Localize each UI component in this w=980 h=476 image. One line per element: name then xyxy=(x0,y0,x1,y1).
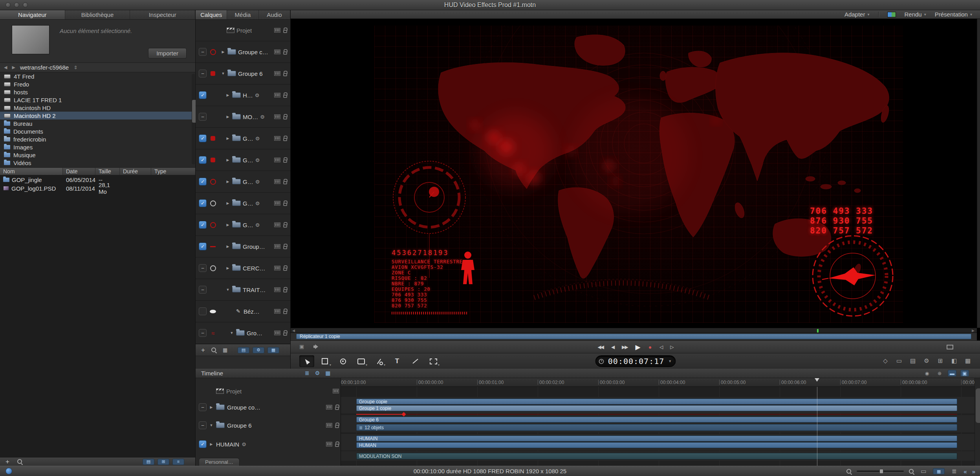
layer-row[interactable]: G… xyxy=(196,193,290,214)
lock-icon[interactable] xyxy=(283,311,287,314)
layer-label[interactable]: CERC… xyxy=(243,265,266,272)
layer-label[interactable]: H… xyxy=(243,92,253,99)
disclosure-triangle-icon[interactable] xyxy=(225,288,230,292)
disclosure-triangle-icon[interactable] xyxy=(229,331,234,335)
browser-tab[interactable]: Inspecteur xyxy=(130,10,195,19)
layers-tab[interactable]: Média xyxy=(227,10,258,19)
layer-label[interactable]: G… xyxy=(243,157,253,164)
layer-row[interactable]: G… xyxy=(196,171,290,193)
lock-icon[interactable] xyxy=(283,51,287,55)
track-bar-groupe-copie[interactable]: Groupe copie xyxy=(356,399,957,404)
canvas-composition[interactable]: 706 493 333876 930 755820 757 572 453627… xyxy=(374,26,903,323)
layer-label[interactable]: TRAIT… xyxy=(243,287,266,293)
layer-checkbox[interactable] xyxy=(199,91,207,99)
layer-checkbox[interactable] xyxy=(199,113,207,121)
keyframe-record-icon[interactable]: ▣ xyxy=(299,344,304,349)
layer-label[interactable]: Groupe c… xyxy=(238,49,268,55)
presentation-menu[interactable]: Présentation xyxy=(935,11,972,18)
timeline-layer-row[interactable]: HUMAIN xyxy=(196,437,341,451)
track-bar-groupe-6[interactable]: Groupe 6 xyxy=(356,417,957,423)
media-icon[interactable] xyxy=(274,201,280,206)
layer-row[interactable]: CERC… xyxy=(196,257,290,279)
track-size-button[interactable]: ▣ xyxy=(960,370,969,377)
lock-icon[interactable] xyxy=(283,138,287,141)
adjust-tool[interactable]: ▾ xyxy=(335,355,350,367)
sidebar-item[interactable]: fredericrobin xyxy=(0,135,195,143)
column-header[interactable]: Type xyxy=(151,168,195,175)
sidebar-item[interactable]: Macintosh HD xyxy=(0,104,195,112)
track-bar-groupe-1-copie[interactable]: Groupe 1 copie xyxy=(356,405,957,411)
sidebar-item[interactable]: Fredo xyxy=(0,80,195,88)
track-bar-human[interactable]: HUMAN xyxy=(356,442,957,448)
sidebar-item[interactable]: Images xyxy=(0,143,195,151)
lock-icon[interactable] xyxy=(283,181,287,184)
sidebar-item[interactable]: Documents xyxy=(0,127,195,135)
layer-row[interactable]: Béz… xyxy=(196,301,290,322)
layer-label[interactable]: G… xyxy=(243,200,253,207)
layer-row[interactable]: Groupe 6 xyxy=(196,63,290,85)
scrollbar-thumb[interactable] xyxy=(976,388,980,423)
playhead-pin-icon[interactable] xyxy=(815,378,819,382)
layer-label[interactable]: Group… xyxy=(243,243,265,250)
go-to-start-button[interactable]: ◀◀ xyxy=(597,345,603,349)
timeline-tracks[interactable]: Groupe copie Groupe 1 copie Groupe 6 ≣12… xyxy=(341,387,975,466)
media-icon[interactable] xyxy=(326,423,332,428)
layer-checkbox[interactable] xyxy=(199,48,207,56)
track-bar-modulation-son[interactable]: MODULATION SON xyxy=(356,453,957,459)
add-icon[interactable]: + xyxy=(5,458,9,465)
layer-row[interactable]: Group… xyxy=(196,236,290,257)
scrub-left-icon[interactable]: ◀ xyxy=(292,329,295,333)
collapse-left-icon[interactable]: « xyxy=(964,469,967,474)
layer-label[interactable]: G… xyxy=(243,222,253,228)
layers-view-film-button[interactable]: ▦ xyxy=(267,347,279,353)
media-icon[interactable] xyxy=(274,93,280,97)
lock-icon[interactable] xyxy=(335,444,339,447)
marker-icon[interactable]: ◉ xyxy=(923,370,931,377)
list-view-icon[interactable]: ≣ xyxy=(950,467,958,476)
stroke-tool[interactable]: ▾ xyxy=(408,355,423,367)
view-list-button[interactable]: ▤ xyxy=(143,459,154,465)
disclosure-triangle-icon[interactable] xyxy=(225,115,230,119)
zoom-fit-button[interactable]: ▬ xyxy=(948,370,956,377)
media-icon[interactable] xyxy=(274,158,280,162)
monitor-view-icon[interactable]: ▭ xyxy=(919,467,928,476)
keyframe-line[interactable] xyxy=(356,414,957,415)
layer-checkbox[interactable] xyxy=(199,221,207,229)
media-icon[interactable] xyxy=(274,287,280,292)
disclosure-triangle-icon[interactable] xyxy=(225,266,230,270)
monitor-icon[interactable]: ▭ xyxy=(895,356,903,366)
disclosure-triangle-icon[interactable] xyxy=(225,137,230,140)
select-tool[interactable]: ▾ xyxy=(299,355,314,367)
layer-checkbox[interactable] xyxy=(199,264,207,272)
search-icon[interactable] xyxy=(17,459,22,464)
lock-icon[interactable] xyxy=(283,160,287,163)
layer-row[interactable]: Projet xyxy=(196,20,290,41)
column-header[interactable]: Date xyxy=(63,168,95,175)
transform-tool[interactable]: ▾ xyxy=(317,355,332,367)
audio-speaker-icon[interactable] xyxy=(313,344,320,349)
layer-checkbox[interactable] xyxy=(199,156,207,164)
layers-tab[interactable]: Calques xyxy=(196,10,227,19)
layer-checkbox[interactable] xyxy=(199,243,207,250)
disclosure-triangle-icon[interactable] xyxy=(221,72,225,75)
disclosure-triangle-icon[interactable] xyxy=(209,424,214,427)
track-bar-humain[interactable]: HUMAIN xyxy=(356,436,957,441)
lock-icon[interactable] xyxy=(283,203,287,206)
layer-row[interactable]: H… xyxy=(196,85,290,106)
layer-checkbox[interactable] xyxy=(199,329,207,337)
lock-icon[interactable] xyxy=(335,407,339,410)
scrub-right-icon[interactable]: ▶ xyxy=(972,329,975,333)
zoom-in-icon[interactable] xyxy=(909,469,914,474)
left-panel-toggle-icon[interactable]: ◧ xyxy=(950,356,958,366)
disclosure-triangle-icon[interactable] xyxy=(221,50,225,54)
timeline-zoom-slider[interactable] xyxy=(857,470,904,472)
import-button[interactable]: Importer xyxy=(148,48,187,59)
layer-checkbox[interactable] xyxy=(199,70,207,77)
disclosure-triangle-icon[interactable] xyxy=(225,94,230,97)
timeline-film-button[interactable]: ▦ xyxy=(325,370,330,376)
browser-tab[interactable]: Navigateur xyxy=(0,10,65,19)
view-grid-button[interactable]: ⊞ xyxy=(158,459,169,465)
column-header[interactable]: Durée xyxy=(120,168,151,175)
go-to-end-button[interactable]: ▶▶ xyxy=(622,345,627,349)
mini-timeline[interactable]: Réplicateur 1 copie xyxy=(291,333,977,340)
